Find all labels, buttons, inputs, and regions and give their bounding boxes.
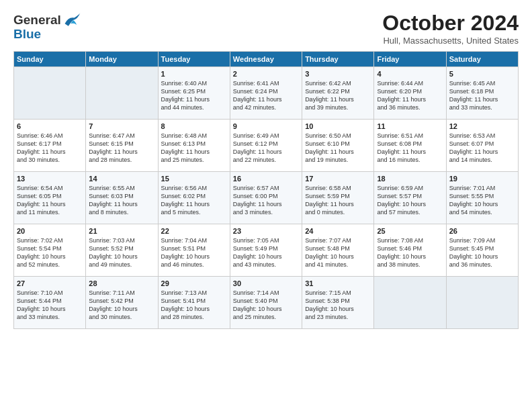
- day-info: Sunrise: 6:41 AM Sunset: 6:24 PM Dayligh…: [233, 79, 299, 112]
- calendar-cell: 3Sunrise: 6:42 AM Sunset: 6:22 PM Daylig…: [302, 67, 374, 120]
- day-info: Sunrise: 6:57 AM Sunset: 6:00 PM Dayligh…: [233, 184, 299, 217]
- day-number: 11: [377, 122, 443, 130]
- day-info: Sunrise: 7:04 AM Sunset: 5:51 PM Dayligh…: [161, 236, 227, 269]
- weekday-header-friday: Friday: [374, 52, 446, 67]
- location-label: Hull, Massachusetts, United States: [382, 36, 519, 46]
- day-number: 23: [233, 227, 299, 235]
- weekday-header-wednesday: Wednesday: [230, 52, 302, 67]
- calendar-cell: 29Sunrise: 7:13 AM Sunset: 5:41 PM Dayli…: [158, 277, 230, 329]
- calendar-cell: [374, 277, 446, 329]
- month-title: October 2024: [382, 11, 519, 36]
- day-info: Sunrise: 6:42 AM Sunset: 6:22 PM Dayligh…: [305, 79, 371, 112]
- day-number: 21: [89, 227, 154, 235]
- day-number: 6: [17, 122, 83, 130]
- day-info: Sunrise: 7:10 AM Sunset: 5:44 PM Dayligh…: [17, 289, 83, 322]
- week-row-1: 1Sunrise: 6:40 AM Sunset: 6:25 PM Daylig…: [14, 67, 519, 120]
- calendar-cell: 28Sunrise: 7:11 AM Sunset: 5:42 PM Dayli…: [86, 277, 158, 329]
- calendar-cell: 12Sunrise: 6:53 AM Sunset: 6:07 PM Dayli…: [446, 120, 518, 172]
- day-number: 15: [161, 175, 227, 183]
- day-info: Sunrise: 6:40 AM Sunset: 6:25 PM Dayligh…: [161, 79, 227, 112]
- day-info: Sunrise: 6:45 AM Sunset: 6:18 PM Dayligh…: [449, 79, 515, 112]
- weekday-header-monday: Monday: [86, 52, 158, 67]
- day-info: Sunrise: 7:07 AM Sunset: 5:48 PM Dayligh…: [305, 236, 371, 269]
- day-info: Sunrise: 6:54 AM Sunset: 6:05 PM Dayligh…: [17, 184, 83, 217]
- calendar-cell: 4Sunrise: 6:44 AM Sunset: 6:20 PM Daylig…: [374, 67, 446, 120]
- calendar-cell: 15Sunrise: 6:56 AM Sunset: 6:02 PM Dayli…: [158, 172, 230, 224]
- calendar-cell: 30Sunrise: 7:14 AM Sunset: 5:40 PM Dayli…: [230, 277, 302, 329]
- day-number: 27: [17, 279, 83, 287]
- week-row-2: 6Sunrise: 6:46 AM Sunset: 6:17 PM Daylig…: [14, 120, 519, 172]
- day-info: Sunrise: 7:05 AM Sunset: 5:49 PM Dayligh…: [233, 236, 299, 269]
- day-info: Sunrise: 7:15 AM Sunset: 5:38 PM Dayligh…: [305, 289, 371, 322]
- day-number: 1: [161, 70, 227, 78]
- logo: General Blue: [13, 11, 81, 42]
- day-info: Sunrise: 7:02 AM Sunset: 5:54 PM Dayligh…: [17, 236, 83, 269]
- calendar-cell: 9Sunrise: 6:49 AM Sunset: 6:12 PM Daylig…: [230, 120, 302, 172]
- calendar-cell: [446, 277, 518, 329]
- weekday-header-tuesday: Tuesday: [158, 52, 230, 67]
- page-header: General Blue October 2024 Hull, Massachu…: [13, 11, 519, 46]
- day-number: 13: [17, 175, 83, 183]
- calendar-cell: 23Sunrise: 7:05 AM Sunset: 5:49 PM Dayli…: [230, 224, 302, 277]
- day-number: 22: [161, 227, 227, 235]
- logo-bird-icon: [62, 11, 81, 30]
- calendar-cell: 16Sunrise: 6:57 AM Sunset: 6:00 PM Dayli…: [230, 172, 302, 224]
- day-info: Sunrise: 6:58 AM Sunset: 5:59 PM Dayligh…: [305, 184, 371, 217]
- day-number: 7: [89, 122, 154, 130]
- day-number: 3: [305, 70, 371, 78]
- day-number: 12: [449, 122, 515, 130]
- calendar-cell: 21Sunrise: 7:03 AM Sunset: 5:52 PM Dayli…: [86, 224, 158, 277]
- calendar-cell: 2Sunrise: 6:41 AM Sunset: 6:24 PM Daylig…: [230, 67, 302, 120]
- calendar-cell: [86, 67, 158, 120]
- day-number: 16: [233, 175, 299, 183]
- day-info: Sunrise: 6:51 AM Sunset: 6:08 PM Dayligh…: [377, 132, 443, 165]
- title-area: October 2024 Hull, Massachusetts, United…: [382, 11, 519, 46]
- day-info: Sunrise: 7:01 AM Sunset: 5:55 PM Dayligh…: [449, 184, 515, 217]
- calendar-cell: 26Sunrise: 7:09 AM Sunset: 5:45 PM Dayli…: [446, 224, 518, 277]
- day-number: 26: [449, 227, 515, 235]
- calendar-cell: 10Sunrise: 6:50 AM Sunset: 6:10 PM Dayli…: [302, 120, 374, 172]
- day-info: Sunrise: 7:14 AM Sunset: 5:40 PM Dayligh…: [233, 289, 299, 322]
- calendar-page: General Blue October 2024 Hull, Massachu…: [0, 0, 532, 411]
- day-info: Sunrise: 7:08 AM Sunset: 5:46 PM Dayligh…: [377, 236, 443, 269]
- calendar-cell: 5Sunrise: 6:45 AM Sunset: 6:18 PM Daylig…: [446, 67, 518, 120]
- weekday-header-saturday: Saturday: [446, 52, 518, 67]
- day-number: 2: [233, 70, 299, 78]
- day-number: 25: [377, 227, 443, 235]
- day-number: 17: [305, 175, 371, 183]
- calendar-table: SundayMondayTuesdayWednesdayThursdayFrid…: [13, 51, 519, 329]
- week-row-5: 27Sunrise: 7:10 AM Sunset: 5:44 PM Dayli…: [14, 277, 519, 329]
- calendar-cell: 24Sunrise: 7:07 AM Sunset: 5:48 PM Dayli…: [302, 224, 374, 277]
- day-info: Sunrise: 6:46 AM Sunset: 6:17 PM Dayligh…: [17, 132, 83, 165]
- day-number: 19: [449, 175, 515, 183]
- day-info: Sunrise: 6:55 AM Sunset: 6:03 PM Dayligh…: [89, 184, 154, 217]
- calendar-cell: 20Sunrise: 7:02 AM Sunset: 5:54 PM Dayli…: [14, 224, 86, 277]
- day-number: 24: [305, 227, 371, 235]
- calendar-cell: 18Sunrise: 6:59 AM Sunset: 5:57 PM Dayli…: [374, 172, 446, 224]
- calendar-cell: 7Sunrise: 6:47 AM Sunset: 6:15 PM Daylig…: [86, 120, 158, 172]
- calendar-cell: 8Sunrise: 6:48 AM Sunset: 6:13 PM Daylig…: [158, 120, 230, 172]
- day-number: 29: [161, 279, 227, 287]
- day-number: 30: [233, 279, 299, 287]
- week-row-4: 20Sunrise: 7:02 AM Sunset: 5:54 PM Dayli…: [14, 224, 519, 277]
- weekday-header-thursday: Thursday: [302, 52, 374, 67]
- calendar-cell: 17Sunrise: 6:58 AM Sunset: 5:59 PM Dayli…: [302, 172, 374, 224]
- day-info: Sunrise: 6:49 AM Sunset: 6:12 PM Dayligh…: [233, 132, 299, 165]
- calendar-cell: 27Sunrise: 7:10 AM Sunset: 5:44 PM Dayli…: [14, 277, 86, 329]
- calendar-cell: 13Sunrise: 6:54 AM Sunset: 6:05 PM Dayli…: [14, 172, 86, 224]
- day-number: 14: [89, 175, 154, 183]
- day-info: Sunrise: 6:59 AM Sunset: 5:57 PM Dayligh…: [377, 184, 443, 217]
- day-info: Sunrise: 6:56 AM Sunset: 6:02 PM Dayligh…: [161, 184, 227, 217]
- calendar-cell: 22Sunrise: 7:04 AM Sunset: 5:51 PM Dayli…: [158, 224, 230, 277]
- day-info: Sunrise: 6:47 AM Sunset: 6:15 PM Dayligh…: [89, 132, 154, 165]
- day-info: Sunrise: 7:09 AM Sunset: 5:45 PM Dayligh…: [449, 236, 515, 269]
- calendar-cell: 1Sunrise: 6:40 AM Sunset: 6:25 PM Daylig…: [158, 67, 230, 120]
- day-number: 20: [17, 227, 83, 235]
- calendar-cell: 6Sunrise: 6:46 AM Sunset: 6:17 PM Daylig…: [14, 120, 86, 172]
- calendar-cell: 25Sunrise: 7:08 AM Sunset: 5:46 PM Dayli…: [374, 224, 446, 277]
- day-info: Sunrise: 6:48 AM Sunset: 6:13 PM Dayligh…: [161, 132, 227, 165]
- day-info: Sunrise: 7:11 AM Sunset: 5:42 PM Dayligh…: [89, 289, 154, 322]
- weekday-header-sunday: Sunday: [14, 52, 86, 67]
- day-number: 28: [89, 279, 154, 287]
- day-number: 9: [233, 122, 299, 130]
